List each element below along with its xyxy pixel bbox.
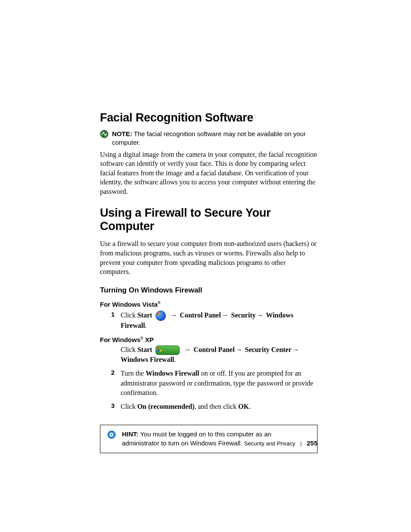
start-label: Start — [137, 346, 153, 353]
text: . — [174, 356, 176, 363]
heading-xp: For Windows® XP — [100, 336, 318, 343]
hint-label: HINT: — [122, 430, 138, 438]
heading-vista-text: For Windows Vista — [100, 301, 158, 308]
arrow-icon: → — [235, 346, 243, 353]
step-2: 2 Turn the Windows Firewall on or off. I… — [100, 369, 318, 398]
step-body: Turn the Windows Firewall on or off. If … — [121, 369, 318, 398]
heading-xp-post: XP — [143, 336, 154, 343]
windows-firewall-label: Windows Firewall — [121, 356, 174, 363]
svg-point-1 — [105, 131, 107, 133]
step-body: Click Start → Control Panel→ Security→ W… — [121, 311, 318, 331]
text: Click — [121, 403, 137, 410]
security-label: Security — [230, 311, 256, 319]
control-panel-label: Control Panel — [178, 311, 221, 319]
ok-label: OK — [238, 403, 249, 410]
step-3: 3 Click On (recommended), and then click… — [100, 402, 318, 411]
windows-firewall-label: Windows Firewall — [146, 370, 199, 377]
security-center-label: Security Center — [243, 346, 292, 353]
step-body: Click On (recommended), and then click O… — [121, 402, 318, 411]
on-recommended-label: On (recommended) — [137, 403, 195, 410]
chapter-name: Security and Privacy — [244, 440, 296, 447]
heading-firewall: Using a Firewall to Secure Your Computer — [100, 206, 318, 233]
arrow-icon: → — [183, 346, 192, 353]
arrow-icon: → — [292, 346, 300, 353]
note-text: NOTE: The facial recognition software ma… — [112, 130, 318, 147]
heading-facial-recognition: Facial Recognition Software — [100, 111, 318, 124]
svg-point-4 — [111, 434, 112, 436]
text: . — [145, 322, 147, 329]
footer-separator: | — [297, 440, 305, 447]
step-body: Click Start → Control Panel→ Security Ce… — [121, 345, 318, 365]
note-callout: NOTE: The facial recognition software ma… — [100, 130, 318, 147]
note-icon — [100, 130, 109, 140]
page-content: Facial Recognition Software NOTE: The fa… — [100, 111, 318, 453]
text: Click — [121, 346, 137, 353]
arrow-icon: → — [221, 311, 230, 319]
text: . — [249, 403, 251, 410]
hint-box: HINT: You must be logged on to this comp… — [100, 425, 318, 453]
registered-mark: ® — [140, 336, 143, 340]
step-1-vista: 1 Click Start → Control Panel→ Security→… — [100, 311, 318, 331]
arrow-icon: → — [255, 311, 264, 319]
note-body: The facial recognition software may not … — [112, 130, 306, 146]
xp-start-icon — [156, 345, 180, 355]
control-panel-label: Control Panel — [192, 346, 234, 353]
body-firewall: Use a firewall to secure your computer f… — [100, 239, 318, 276]
vista-start-icon — [156, 311, 166, 321]
note-label: NOTE: — [112, 130, 132, 137]
arrow-icon: → — [169, 311, 178, 319]
body-facial-recognition: Using a digital image from the camera in… — [100, 150, 318, 196]
subheading-turning-on: Turning On Windows Firewall — [100, 286, 318, 295]
text: , and then click — [194, 403, 238, 410]
registered-mark: ® — [158, 301, 161, 305]
page-footer: Security and Privacy | 255 — [0, 439, 318, 447]
step-number: 2 — [100, 369, 121, 376]
page-number: 255 — [307, 439, 318, 447]
step-1-xp: Click Start → Control Panel→ Security Ce… — [100, 345, 318, 365]
heading-vista: For Windows Vista® — [100, 301, 318, 308]
step-number: 1 — [100, 311, 121, 318]
heading-xp-pre: For Windows — [100, 336, 140, 343]
text: Click — [121, 311, 137, 319]
start-label: Start — [137, 311, 153, 319]
text: Turn the — [121, 370, 146, 377]
step-number: 3 — [100, 402, 121, 409]
